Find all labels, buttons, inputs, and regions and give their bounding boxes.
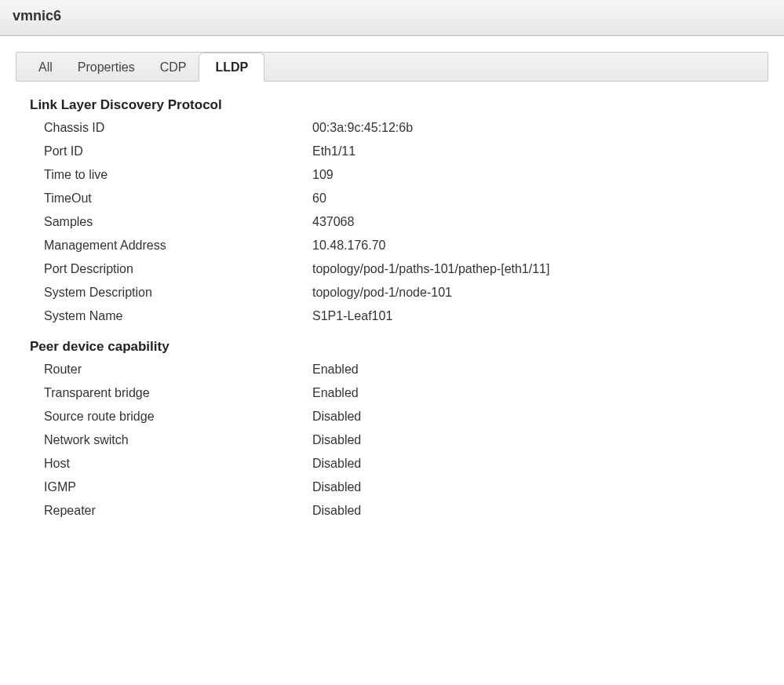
label-sys-desc: System Description — [44, 286, 312, 300]
value-samples: 437068 — [312, 215, 354, 229]
tab-bar: All Properties CDP LLDP — [16, 52, 768, 82]
row-repeater: Repeater Disabled — [30, 504, 754, 518]
row-transparent-bridge: Transparent bridge Enabled — [30, 386, 754, 400]
row-mgmt-address: Management Address 10.48.176.70 — [30, 239, 754, 253]
label-mgmt-address: Management Address — [44, 239, 312, 253]
label-port-id: Port ID — [44, 144, 312, 158]
row-source-route-bridge: Source route bridge Disabled — [30, 410, 754, 424]
row-port-id: Port ID Eth1/11 — [30, 144, 754, 158]
row-samples: Samples 437068 — [30, 215, 754, 229]
row-port-desc: Port Description topology/pod-1/paths-10… — [30, 262, 754, 276]
tab-all[interactable]: All — [26, 53, 65, 81]
value-port-id: Eth1/11 — [312, 144, 356, 158]
row-chassis-id: Chassis ID 00:3a:9c:45:12:6b — [30, 121, 754, 135]
label-source-route-bridge: Source route bridge — [44, 410, 312, 424]
value-source-route-bridge: Disabled — [312, 410, 361, 424]
label-network-switch: Network switch — [44, 433, 312, 447]
value-network-switch: Disabled — [312, 433, 361, 447]
label-ttl: Time to live — [44, 168, 312, 182]
tab-cdp[interactable]: CDP — [148, 53, 199, 81]
tab-content: Link Layer Discovery Protocol Chassis ID… — [16, 82, 768, 518]
row-sys-name: System Name S1P1-Leaf101 — [30, 309, 754, 323]
row-router: Router Enabled — [30, 363, 754, 377]
value-transparent-bridge: Enabled — [312, 386, 359, 400]
label-repeater: Repeater — [44, 504, 312, 518]
tab-lldp[interactable]: LLDP — [199, 53, 264, 82]
label-chassis-id: Chassis ID — [44, 121, 312, 135]
value-router: Enabled — [312, 363, 359, 377]
value-sys-desc: topology/pod-1/node-101 — [312, 286, 452, 300]
section-peer-header: Peer device capability — [30, 339, 754, 355]
value-mgmt-address: 10.48.176.70 — [312, 239, 385, 253]
label-host: Host — [44, 457, 312, 471]
label-igmp: IGMP — [44, 480, 312, 494]
section-lldp-header: Link Layer Discovery Protocol — [30, 97, 754, 113]
label-port-desc: Port Description — [44, 262, 312, 276]
row-network-switch: Network switch Disabled — [30, 433, 754, 447]
value-ttl: 109 — [312, 168, 334, 182]
label-sys-name: System Name — [44, 309, 312, 323]
label-router: Router — [44, 363, 312, 377]
value-timeout: 60 — [312, 191, 326, 206]
row-igmp: IGMP Disabled — [30, 480, 754, 494]
label-transparent-bridge: Transparent bridge — [44, 386, 312, 400]
value-igmp: Disabled — [312, 480, 361, 494]
window-header: vmnic6 — [0, 0, 784, 36]
label-timeout: TimeOut — [44, 191, 312, 206]
body-area: All Properties CDP LLDP Link Layer Disco… — [0, 36, 784, 518]
value-chassis-id: 00:3a:9c:45:12:6b — [312, 121, 413, 135]
window-title: vmnic6 — [13, 8, 771, 24]
tab-properties[interactable]: Properties — [65, 53, 148, 81]
value-host: Disabled — [312, 457, 361, 471]
row-ttl: Time to live 109 — [30, 168, 754, 182]
row-sys-desc: System Description topology/pod-1/node-1… — [30, 286, 754, 300]
value-repeater: Disabled — [312, 504, 361, 518]
row-timeout: TimeOut 60 — [30, 191, 754, 206]
label-samples: Samples — [44, 215, 312, 229]
row-host: Host Disabled — [30, 457, 754, 471]
value-sys-name: S1P1-Leaf101 — [312, 309, 392, 323]
value-port-desc: topology/pod-1/paths-101/pathep-[eth1/11… — [312, 262, 549, 276]
